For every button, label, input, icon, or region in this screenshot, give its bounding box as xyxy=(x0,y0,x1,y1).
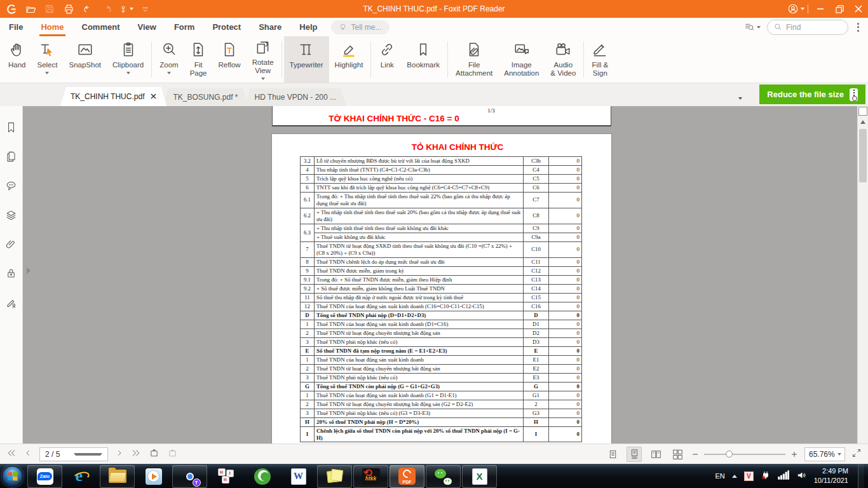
single-page-view-button[interactable] xyxy=(605,447,620,462)
file-attachment-button[interactable]: File Attachment xyxy=(450,36,498,83)
attachments-panel-icon[interactable] xyxy=(5,238,17,252)
continuous-view-button[interactable] xyxy=(627,447,642,462)
tab-list-dropdown-icon[interactable] xyxy=(738,97,742,100)
first-page-button[interactable] xyxy=(6,449,17,459)
bookmark-button[interactable]: Bookmark xyxy=(401,36,445,83)
fill-sign-button[interactable]: Fill & Sign xyxy=(586,36,614,83)
menu-view[interactable]: View xyxy=(128,18,165,36)
scrollbar-thumb[interactable] xyxy=(859,129,867,182)
taskbar-app-windows-explorer[interactable] xyxy=(100,465,135,488)
power-plug-icon[interactable] xyxy=(761,470,771,482)
more-options-icon[interactable] xyxy=(855,20,862,34)
volume-icon[interactable] xyxy=(796,470,807,482)
menu-comment[interactable]: Comment xyxy=(73,18,129,36)
taskbar-app-internet-explorer[interactable]: e xyxy=(64,465,98,488)
page-number-input[interactable]: 2 / 5 xyxy=(39,447,108,461)
find-input[interactable]: Find xyxy=(767,20,848,35)
taskbar-app-htkk[interactable]: ⟲htkk xyxy=(353,465,388,488)
taskbar-app-sticky-notes[interactable] xyxy=(317,465,352,488)
reflow-button[interactable]: Reflow xyxy=(212,36,246,83)
rotate-view-button[interactable]: Rotate View xyxy=(247,36,280,83)
typewriter-button[interactable]: Typewriter xyxy=(284,36,329,83)
clipboard-button[interactable]: Clipboard xyxy=(107,36,149,83)
tell-me-search[interactable]: Tell me... xyxy=(331,20,389,34)
taskbar-app-unikey[interactable]: u i n xyxy=(208,465,243,488)
menu-home[interactable]: Home xyxy=(32,18,72,36)
account-button[interactable] xyxy=(786,0,805,18)
open-file-button[interactable] xyxy=(23,2,38,16)
layers-panel-icon[interactable] xyxy=(5,209,17,223)
tab-close-icon[interactable] xyxy=(151,92,156,101)
table-cell: 0 xyxy=(549,224,582,233)
next-view-button[interactable] xyxy=(167,448,178,460)
save-button[interactable] xyxy=(42,2,57,16)
menu-help[interactable]: Help xyxy=(290,18,326,36)
signature-panel-icon[interactable] xyxy=(5,297,17,311)
table-cell: Thuế TNDN của hoạt động sản xuất kinh do… xyxy=(315,355,524,364)
menu-share[interactable]: Share xyxy=(250,18,290,36)
menu-file[interactable]: File xyxy=(0,18,32,36)
taskbar-app-coccoc[interactable] xyxy=(245,465,280,488)
image-annotation-button[interactable]: Image Annotation xyxy=(498,36,545,83)
menu-protect[interactable]: Protect xyxy=(203,18,250,36)
redo-button[interactable] xyxy=(99,2,114,16)
highlight-button[interactable]: Highlight xyxy=(329,36,369,83)
zoom-slider-thumb[interactable] xyxy=(726,451,733,458)
tab-tk-bosung[interactable]: TK_BOSUNG.pdf * xyxy=(163,88,248,106)
hand-button[interactable]: Hand xyxy=(3,36,32,83)
snapshot-button[interactable]: SnapShot xyxy=(63,36,107,83)
facing-view-button[interactable] xyxy=(648,447,663,462)
select-button[interactable]: Select xyxy=(32,36,64,83)
tab-hd-thue-vpdn[interactable]: HD Thue VPDN - 200 ... xyxy=(245,88,347,106)
restore-button[interactable] xyxy=(830,0,849,18)
show-desktop-button[interactable] xyxy=(858,464,864,488)
taskbar-app-excel[interactable]: X xyxy=(462,465,497,488)
hand-tool-quick-button[interactable] xyxy=(118,2,133,16)
start-button[interactable] xyxy=(2,466,23,487)
zoom-in-icon[interactable] xyxy=(790,451,798,458)
show-hidden-icons-arrow[interactable] xyxy=(732,475,737,478)
comments-panel-icon[interactable] xyxy=(5,180,17,194)
next-page-button[interactable] xyxy=(116,449,123,459)
scroll-up-icon[interactable] xyxy=(860,120,865,124)
bookmarks-panel-icon[interactable] xyxy=(5,121,17,135)
zoom-button[interactable]: Zoom xyxy=(154,36,184,83)
fit-page-button[interactable]: Fit Page xyxy=(184,36,213,83)
network-signal-icon[interactable] xyxy=(778,470,789,482)
link-button[interactable]: Link xyxy=(373,36,401,83)
previous-page-button[interactable] xyxy=(24,449,32,459)
taskbar-app-word[interactable]: W xyxy=(281,465,316,488)
tab-tk-chinh-thuc[interactable]: TK_CHINH THUC.pdf xyxy=(60,87,166,106)
last-page-button[interactable] xyxy=(131,449,141,459)
previous-view-button[interactable] xyxy=(149,448,159,460)
minimize-button[interactable] xyxy=(811,0,830,18)
vertical-scrollbar[interactable] xyxy=(857,106,868,444)
security-panel-icon[interactable] xyxy=(5,268,17,281)
table-cell: Thuế TNDN của hoạt động sản xuất kinh do… xyxy=(315,391,524,400)
taskbar-app-wechat[interactable] xyxy=(426,465,461,488)
close-button[interactable] xyxy=(849,0,868,18)
zoom-percentage-input[interactable]: 65.76% xyxy=(804,447,845,461)
language-indicator[interactable]: EN xyxy=(715,472,724,480)
taskbar-app-media-player[interactable] xyxy=(136,465,171,488)
taskbar-app-chrome[interactable]: T xyxy=(172,465,207,488)
taskbar-clock[interactable]: 2:49 PM 10/11/2021 xyxy=(814,466,848,485)
zoom-slider-track[interactable] xyxy=(704,454,785,455)
reduce-file-size-button[interactable]: Reduce the file size xyxy=(759,85,865,104)
menu-form[interactable]: Form xyxy=(165,18,204,36)
taskbar-app-foxit-reader[interactable]: PDF xyxy=(390,465,424,488)
audio-video-button[interactable]: Audio & Video xyxy=(545,36,581,83)
fullscreen-button[interactable] xyxy=(851,448,862,460)
pages-panel-icon[interactable] xyxy=(5,151,17,165)
snapshot-icon xyxy=(77,40,93,59)
zoom-out-icon[interactable] xyxy=(691,451,699,458)
print-button[interactable] xyxy=(61,2,76,16)
taskbar-app-zalo[interactable]: Zalo xyxy=(27,465,62,488)
continuous-facing-view-button[interactable] xyxy=(670,447,685,462)
zoom-slider[interactable] xyxy=(691,451,798,458)
undo-button[interactable] xyxy=(80,2,95,16)
panel-expand-arrow-icon[interactable] xyxy=(27,268,31,274)
advanced-search-button[interactable] xyxy=(744,22,761,32)
vietkey-tray-icon[interactable]: V xyxy=(744,471,754,481)
customize-toolbar-icon[interactable] xyxy=(137,2,153,16)
